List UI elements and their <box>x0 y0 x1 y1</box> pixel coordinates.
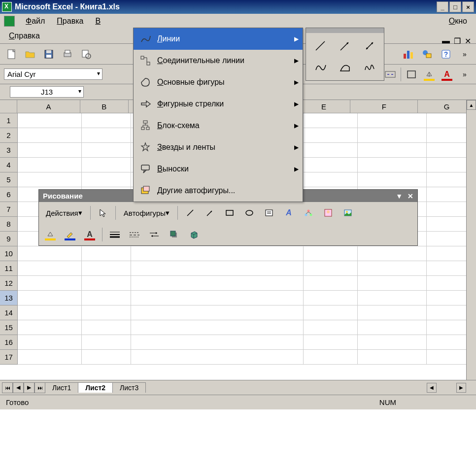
sheet-tab-2[interactable]: Лист2 <box>78 382 113 393</box>
vertical-scrollbar[interactable]: ▲ <box>466 100 476 380</box>
cell[interactable] <box>358 128 427 143</box>
cell[interactable] <box>82 246 131 261</box>
cell[interactable] <box>358 143 427 158</box>
save-icon[interactable] <box>41 47 56 62</box>
chart-wizard-icon[interactable] <box>401 47 416 62</box>
cell[interactable] <box>82 305 131 320</box>
cell[interactable] <box>131 291 304 305</box>
cell[interactable] <box>358 172 427 187</box>
arrow-tool[interactable] <box>334 36 356 56</box>
col-header-F[interactable]: F <box>350 100 418 113</box>
cell[interactable] <box>131 305 304 320</box>
row-header-7[interactable]: 7 <box>0 202 18 217</box>
menu-edit[interactable]: Правка <box>52 16 88 27</box>
new-file-icon[interactable] <box>4 47 19 62</box>
select-objects-icon[interactable] <box>96 206 110 220</box>
scroll-up[interactable]: ▲ <box>467 100 476 110</box>
cell[interactable] <box>18 246 82 261</box>
cell[interactable] <box>304 261 358 276</box>
tab-nav-last[interactable]: ⏭ <box>34 382 45 393</box>
cell[interactable] <box>82 335 131 350</box>
cell[interactable] <box>304 291 358 305</box>
cell[interactable] <box>358 276 427 291</box>
tab-nav-first[interactable]: ⏮ <box>2 382 13 393</box>
cell[interactable] <box>82 172 131 187</box>
autoshapes-dropdown[interactable]: Автофигуры ▾ <box>121 207 172 218</box>
line-style-icon[interactable] <box>107 228 122 241</box>
font-name-dropdown[interactable]: Arial Cyr <box>4 68 102 80</box>
cell[interactable] <box>358 320 427 335</box>
flyout-grip[interactable] <box>306 28 384 33</box>
merge-cells-icon[interactable] <box>383 67 398 82</box>
row-header-15[interactable]: 15 <box>0 320 18 335</box>
toolbar-overflow[interactable]: » <box>457 47 472 62</box>
curve-tool[interactable] <box>309 58 332 77</box>
cell[interactable] <box>18 261 82 276</box>
cell[interactable] <box>18 143 82 158</box>
help-icon[interactable]: ? <box>439 47 453 62</box>
cell[interactable] <box>358 335 427 350</box>
dash-style-icon[interactable] <box>127 228 142 241</box>
hscroll-right[interactable]: ▶ <box>456 383 466 393</box>
cell[interactable] <box>131 276 304 291</box>
cell[interactable] <box>82 158 131 172</box>
doc-restore[interactable]: ❐ <box>454 36 461 46</box>
cell[interactable] <box>82 128 131 143</box>
textbox-icon[interactable] <box>262 206 276 220</box>
font-color-icon[interactable]: A <box>440 67 454 82</box>
font-color-tool-icon[interactable]: A <box>82 228 97 241</box>
clipart-icon[interactable] <box>321 206 336 220</box>
row-header-2[interactable]: 2 <box>0 128 18 143</box>
double-arrow-tool[interactable] <box>358 36 381 56</box>
3d-style-icon[interactable] <box>186 228 201 241</box>
cell[interactable] <box>18 276 82 291</box>
cell[interactable] <box>358 158 427 172</box>
minimize-button[interactable]: _ <box>437 1 448 12</box>
cell[interactable] <box>18 305 82 320</box>
insert-picture-icon[interactable] <box>340 206 355 220</box>
cell[interactable] <box>18 172 82 187</box>
fmt-toolbar-overflow[interactable]: » <box>457 67 472 82</box>
cell[interactable] <box>18 113 82 128</box>
col-header-E[interactable]: E <box>298 100 351 113</box>
doc-close[interactable]: ✕ <box>465 36 471 46</box>
row-header-5[interactable]: 5 <box>0 172 18 187</box>
maximize-button[interactable]: □ <box>449 1 461 12</box>
fill-color-tool-icon[interactable] <box>43 228 58 241</box>
horizontal-scrollbar[interactable]: ◀ ▶ <box>146 383 476 393</box>
print-icon[interactable] <box>60 47 75 62</box>
tab-nav-next[interactable]: ▶ <box>24 382 34 393</box>
doc-minimize[interactable]: ▬ <box>442 36 450 46</box>
col-header-A[interactable]: A <box>17 100 80 113</box>
cell[interactable] <box>304 276 358 291</box>
cell[interactable] <box>18 291 82 305</box>
line-color-tool-icon[interactable] <box>63 228 77 241</box>
oval-icon[interactable] <box>242 206 257 220</box>
cell[interactable] <box>358 350 427 365</box>
menu-view-partial[interactable]: В <box>90 16 105 27</box>
sheet-tab-3[interactable]: Лист3 <box>112 382 146 393</box>
row-header-14[interactable]: 14 <box>0 305 18 320</box>
cell[interactable] <box>304 335 358 350</box>
cell[interactable] <box>82 113 131 128</box>
row-header-10[interactable]: 10 <box>0 246 18 261</box>
row-header-13[interactable]: 13 <box>0 291 18 305</box>
cell[interactable] <box>131 320 304 335</box>
cell[interactable] <box>82 320 131 335</box>
cell[interactable] <box>304 158 358 172</box>
cell[interactable] <box>18 158 82 172</box>
hscroll-left[interactable]: ◀ <box>427 383 437 393</box>
cell[interactable] <box>304 113 358 128</box>
drawing-toolbar-close[interactable]: ✕ <box>408 192 413 200</box>
tab-nav-prev[interactable]: ◀ <box>13 382 24 393</box>
menu-item-connectors[interactable]: Соединительные линии▶ <box>134 50 303 71</box>
cell[interactable] <box>131 335 304 350</box>
cell[interactable] <box>304 320 358 335</box>
row-header-16[interactable]: 16 <box>0 335 18 350</box>
cell[interactable] <box>82 291 131 305</box>
borders-icon[interactable] <box>404 67 419 82</box>
drawing-toolbar-toggle-icon[interactable] <box>420 47 435 62</box>
cell[interactable] <box>358 113 427 128</box>
sheet-tab-1[interactable]: Лист1 <box>45 382 78 393</box>
arrow-style-icon[interactable] <box>147 228 162 241</box>
